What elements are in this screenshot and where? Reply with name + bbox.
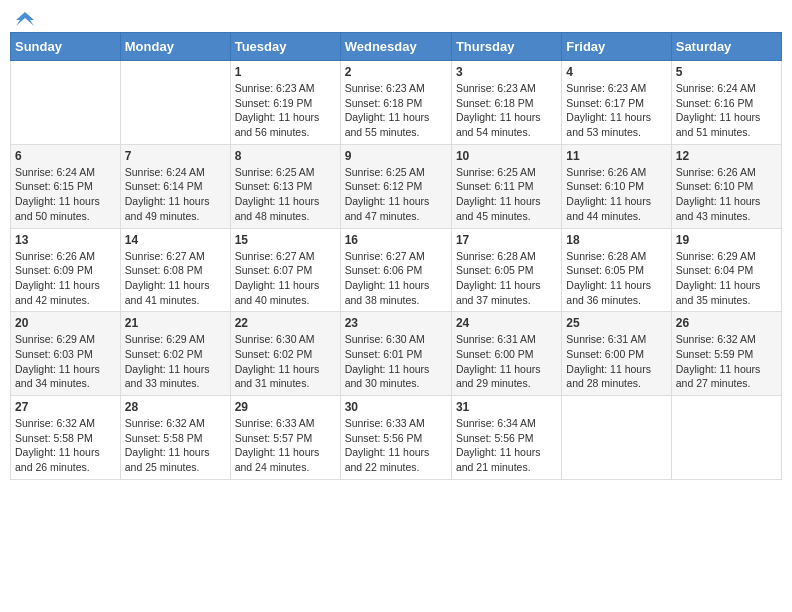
day-number: 22 bbox=[235, 316, 336, 330]
day-info: Sunrise: 6:31 AM Sunset: 6:00 PM Dayligh… bbox=[456, 332, 557, 391]
day-info: Sunrise: 6:29 AM Sunset: 6:03 PM Dayligh… bbox=[15, 332, 116, 391]
calendar-cell: 8Sunrise: 6:25 AM Sunset: 6:13 PM Daylig… bbox=[230, 144, 340, 228]
day-number: 21 bbox=[125, 316, 226, 330]
logo-bird-icon bbox=[16, 10, 34, 28]
calendar-week-row: 20Sunrise: 6:29 AM Sunset: 6:03 PM Dayli… bbox=[11, 312, 782, 396]
day-info: Sunrise: 6:26 AM Sunset: 6:10 PM Dayligh… bbox=[676, 165, 777, 224]
day-number: 4 bbox=[566, 65, 666, 79]
day-info: Sunrise: 6:30 AM Sunset: 6:02 PM Dayligh… bbox=[235, 332, 336, 391]
day-info: Sunrise: 6:30 AM Sunset: 6:01 PM Dayligh… bbox=[345, 332, 447, 391]
calendar-cell: 17Sunrise: 6:28 AM Sunset: 6:05 PM Dayli… bbox=[451, 228, 561, 312]
day-number: 15 bbox=[235, 233, 336, 247]
day-number: 28 bbox=[125, 400, 226, 414]
calendar-cell: 27Sunrise: 6:32 AM Sunset: 5:58 PM Dayli… bbox=[11, 396, 121, 480]
page-header bbox=[10, 10, 782, 24]
calendar-week-row: 27Sunrise: 6:32 AM Sunset: 5:58 PM Dayli… bbox=[11, 396, 782, 480]
calendar-week-row: 13Sunrise: 6:26 AM Sunset: 6:09 PM Dayli… bbox=[11, 228, 782, 312]
calendar-cell: 1Sunrise: 6:23 AM Sunset: 6:19 PM Daylig… bbox=[230, 61, 340, 145]
column-header-friday: Friday bbox=[562, 33, 671, 61]
column-header-wednesday: Wednesday bbox=[340, 33, 451, 61]
day-number: 2 bbox=[345, 65, 447, 79]
calendar-cell: 6Sunrise: 6:24 AM Sunset: 6:15 PM Daylig… bbox=[11, 144, 121, 228]
day-number: 14 bbox=[125, 233, 226, 247]
calendar-week-row: 1Sunrise: 6:23 AM Sunset: 6:19 PM Daylig… bbox=[11, 61, 782, 145]
calendar-cell bbox=[120, 61, 230, 145]
calendar-cell: 24Sunrise: 6:31 AM Sunset: 6:00 PM Dayli… bbox=[451, 312, 561, 396]
calendar-cell: 11Sunrise: 6:26 AM Sunset: 6:10 PM Dayli… bbox=[562, 144, 671, 228]
day-info: Sunrise: 6:23 AM Sunset: 6:19 PM Dayligh… bbox=[235, 81, 336, 140]
calendar-cell: 5Sunrise: 6:24 AM Sunset: 6:16 PM Daylig… bbox=[671, 61, 781, 145]
day-info: Sunrise: 6:23 AM Sunset: 6:18 PM Dayligh… bbox=[345, 81, 447, 140]
calendar-cell: 29Sunrise: 6:33 AM Sunset: 5:57 PM Dayli… bbox=[230, 396, 340, 480]
day-info: Sunrise: 6:24 AM Sunset: 6:15 PM Dayligh… bbox=[15, 165, 116, 224]
day-number: 30 bbox=[345, 400, 447, 414]
day-info: Sunrise: 6:26 AM Sunset: 6:10 PM Dayligh… bbox=[566, 165, 666, 224]
day-number: 27 bbox=[15, 400, 116, 414]
column-header-monday: Monday bbox=[120, 33, 230, 61]
day-info: Sunrise: 6:25 AM Sunset: 6:12 PM Dayligh… bbox=[345, 165, 447, 224]
calendar-cell: 22Sunrise: 6:30 AM Sunset: 6:02 PM Dayli… bbox=[230, 312, 340, 396]
calendar-cell: 23Sunrise: 6:30 AM Sunset: 6:01 PM Dayli… bbox=[340, 312, 451, 396]
day-info: Sunrise: 6:28 AM Sunset: 6:05 PM Dayligh… bbox=[456, 249, 557, 308]
column-header-sunday: Sunday bbox=[11, 33, 121, 61]
calendar-cell: 7Sunrise: 6:24 AM Sunset: 6:14 PM Daylig… bbox=[120, 144, 230, 228]
day-number: 9 bbox=[345, 149, 447, 163]
calendar-cell: 13Sunrise: 6:26 AM Sunset: 6:09 PM Dayli… bbox=[11, 228, 121, 312]
day-info: Sunrise: 6:33 AM Sunset: 5:57 PM Dayligh… bbox=[235, 416, 336, 475]
column-header-thursday: Thursday bbox=[451, 33, 561, 61]
calendar-week-row: 6Sunrise: 6:24 AM Sunset: 6:15 PM Daylig… bbox=[11, 144, 782, 228]
calendar-cell: 21Sunrise: 6:29 AM Sunset: 6:02 PM Dayli… bbox=[120, 312, 230, 396]
day-info: Sunrise: 6:27 AM Sunset: 6:08 PM Dayligh… bbox=[125, 249, 226, 308]
day-number: 17 bbox=[456, 233, 557, 247]
day-number: 26 bbox=[676, 316, 777, 330]
calendar-cell bbox=[11, 61, 121, 145]
calendar-cell: 26Sunrise: 6:32 AM Sunset: 5:59 PM Dayli… bbox=[671, 312, 781, 396]
calendar-header-row: SundayMondayTuesdayWednesdayThursdayFrid… bbox=[11, 33, 782, 61]
day-info: Sunrise: 6:26 AM Sunset: 6:09 PM Dayligh… bbox=[15, 249, 116, 308]
day-info: Sunrise: 6:24 AM Sunset: 6:16 PM Dayligh… bbox=[676, 81, 777, 140]
day-info: Sunrise: 6:23 AM Sunset: 6:17 PM Dayligh… bbox=[566, 81, 666, 140]
day-number: 16 bbox=[345, 233, 447, 247]
day-info: Sunrise: 6:29 AM Sunset: 6:02 PM Dayligh… bbox=[125, 332, 226, 391]
calendar-cell: 2Sunrise: 6:23 AM Sunset: 6:18 PM Daylig… bbox=[340, 61, 451, 145]
calendar-table: SundayMondayTuesdayWednesdayThursdayFrid… bbox=[10, 32, 782, 480]
calendar-cell: 18Sunrise: 6:28 AM Sunset: 6:05 PM Dayli… bbox=[562, 228, 671, 312]
calendar-cell: 15Sunrise: 6:27 AM Sunset: 6:07 PM Dayli… bbox=[230, 228, 340, 312]
day-info: Sunrise: 6:29 AM Sunset: 6:04 PM Dayligh… bbox=[676, 249, 777, 308]
day-number: 19 bbox=[676, 233, 777, 247]
calendar-cell bbox=[562, 396, 671, 480]
calendar-cell: 19Sunrise: 6:29 AM Sunset: 6:04 PM Dayli… bbox=[671, 228, 781, 312]
logo bbox=[14, 10, 34, 24]
calendar-cell: 25Sunrise: 6:31 AM Sunset: 6:00 PM Dayli… bbox=[562, 312, 671, 396]
day-number: 12 bbox=[676, 149, 777, 163]
day-info: Sunrise: 6:25 AM Sunset: 6:13 PM Dayligh… bbox=[235, 165, 336, 224]
day-number: 29 bbox=[235, 400, 336, 414]
day-number: 24 bbox=[456, 316, 557, 330]
day-number: 8 bbox=[235, 149, 336, 163]
calendar-cell: 12Sunrise: 6:26 AM Sunset: 6:10 PM Dayli… bbox=[671, 144, 781, 228]
calendar-cell: 16Sunrise: 6:27 AM Sunset: 6:06 PM Dayli… bbox=[340, 228, 451, 312]
day-number: 6 bbox=[15, 149, 116, 163]
day-info: Sunrise: 6:27 AM Sunset: 6:06 PM Dayligh… bbox=[345, 249, 447, 308]
day-number: 31 bbox=[456, 400, 557, 414]
svg-marker-0 bbox=[16, 12, 34, 26]
day-info: Sunrise: 6:32 AM Sunset: 5:58 PM Dayligh… bbox=[125, 416, 226, 475]
day-number: 18 bbox=[566, 233, 666, 247]
day-number: 7 bbox=[125, 149, 226, 163]
calendar-cell: 10Sunrise: 6:25 AM Sunset: 6:11 PM Dayli… bbox=[451, 144, 561, 228]
day-info: Sunrise: 6:32 AM Sunset: 5:58 PM Dayligh… bbox=[15, 416, 116, 475]
calendar-cell: 20Sunrise: 6:29 AM Sunset: 6:03 PM Dayli… bbox=[11, 312, 121, 396]
day-number: 23 bbox=[345, 316, 447, 330]
day-info: Sunrise: 6:33 AM Sunset: 5:56 PM Dayligh… bbox=[345, 416, 447, 475]
calendar-cell: 3Sunrise: 6:23 AM Sunset: 6:18 PM Daylig… bbox=[451, 61, 561, 145]
day-info: Sunrise: 6:27 AM Sunset: 6:07 PM Dayligh… bbox=[235, 249, 336, 308]
column-header-saturday: Saturday bbox=[671, 33, 781, 61]
day-info: Sunrise: 6:24 AM Sunset: 6:14 PM Dayligh… bbox=[125, 165, 226, 224]
day-info: Sunrise: 6:31 AM Sunset: 6:00 PM Dayligh… bbox=[566, 332, 666, 391]
calendar-cell: 31Sunrise: 6:34 AM Sunset: 5:56 PM Dayli… bbox=[451, 396, 561, 480]
day-number: 20 bbox=[15, 316, 116, 330]
calendar-cell: 9Sunrise: 6:25 AM Sunset: 6:12 PM Daylig… bbox=[340, 144, 451, 228]
calendar-cell: 14Sunrise: 6:27 AM Sunset: 6:08 PM Dayli… bbox=[120, 228, 230, 312]
day-number: 5 bbox=[676, 65, 777, 79]
day-number: 3 bbox=[456, 65, 557, 79]
